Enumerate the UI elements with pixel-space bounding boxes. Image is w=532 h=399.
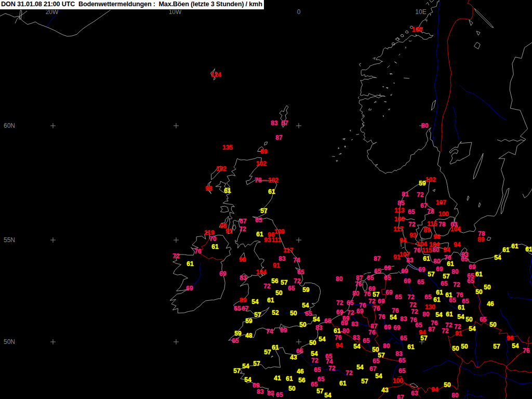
svg-text:100: 100 xyxy=(393,377,403,384)
svg-text:104: 104 xyxy=(256,269,267,276)
svg-text:61: 61 xyxy=(256,231,263,238)
svg-text:78: 78 xyxy=(255,177,262,184)
svg-text:48: 48 xyxy=(245,332,252,339)
svg-text:76: 76 xyxy=(194,248,202,255)
svg-text:72: 72 xyxy=(239,225,246,233)
svg-text:72: 72 xyxy=(336,299,343,307)
svg-text:98: 98 xyxy=(205,185,212,192)
svg-text:72: 72 xyxy=(453,281,460,288)
svg-text:102: 102 xyxy=(256,160,267,167)
svg-text:69: 69 xyxy=(378,298,385,305)
svg-text:65: 65 xyxy=(408,208,415,216)
svg-text:61: 61 xyxy=(334,327,341,335)
svg-text:60N: 60N xyxy=(4,122,15,129)
svg-text:74: 74 xyxy=(266,328,273,335)
svg-text:56: 56 xyxy=(298,377,305,384)
svg-text:100: 100 xyxy=(394,216,405,223)
svg-text:57: 57 xyxy=(373,291,380,298)
svg-text:83: 83 xyxy=(267,390,274,397)
svg-text:61: 61 xyxy=(445,291,453,299)
svg-text:72: 72 xyxy=(408,221,416,228)
svg-text:65: 65 xyxy=(480,316,487,323)
svg-text:72: 72 xyxy=(417,191,424,198)
svg-text:102: 102 xyxy=(268,177,278,184)
svg-text:83: 83 xyxy=(315,324,323,331)
svg-text:50: 50 xyxy=(489,321,497,328)
svg-text:76: 76 xyxy=(355,281,362,288)
svg-text:69: 69 xyxy=(341,320,348,327)
svg-text:63: 63 xyxy=(450,221,458,228)
svg-text:65: 65 xyxy=(324,317,331,325)
svg-text:74: 74 xyxy=(293,257,300,264)
svg-text:72: 72 xyxy=(311,357,318,364)
svg-text:69: 69 xyxy=(393,324,401,331)
svg-text:87: 87 xyxy=(275,134,283,141)
svg-text:102: 102 xyxy=(216,165,227,172)
svg-text:69: 69 xyxy=(219,270,227,277)
svg-text:111: 111 xyxy=(272,236,282,244)
svg-text:69: 69 xyxy=(469,263,476,271)
svg-text:83: 83 xyxy=(406,257,414,264)
svg-text:61: 61 xyxy=(436,289,443,296)
svg-text:46: 46 xyxy=(487,300,494,308)
svg-text:54: 54 xyxy=(457,313,464,321)
svg-text:76: 76 xyxy=(335,334,342,341)
svg-text:54: 54 xyxy=(512,342,519,350)
svg-text:69: 69 xyxy=(401,268,408,275)
svg-text:80: 80 xyxy=(451,268,459,275)
svg-text:50: 50 xyxy=(275,289,283,297)
svg-text:83: 83 xyxy=(271,119,278,127)
svg-text:61: 61 xyxy=(433,296,441,303)
svg-text:65: 65 xyxy=(232,337,239,344)
svg-text:69: 69 xyxy=(186,285,193,292)
svg-text:96: 96 xyxy=(507,335,514,342)
svg-text:80: 80 xyxy=(451,392,459,399)
svg-text:59: 59 xyxy=(419,180,426,187)
svg-text:0: 0 xyxy=(297,8,301,16)
svg-text:69: 69 xyxy=(404,277,411,285)
svg-text:113: 113 xyxy=(394,207,405,214)
svg-text:67: 67 xyxy=(420,202,428,209)
svg-text:54: 54 xyxy=(313,316,320,323)
svg-text:87: 87 xyxy=(428,326,435,333)
svg-text:61: 61 xyxy=(272,344,279,351)
svg-text:93: 93 xyxy=(409,232,417,239)
svg-text:65: 65 xyxy=(461,256,468,263)
svg-text:100: 100 xyxy=(438,210,449,218)
svg-text:61: 61 xyxy=(286,375,293,382)
svg-text:69: 69 xyxy=(384,264,391,272)
svg-text:91: 91 xyxy=(225,228,233,235)
svg-text:10E: 10E xyxy=(415,8,426,16)
svg-text:50: 50 xyxy=(309,339,316,347)
svg-text:50: 50 xyxy=(475,288,483,296)
svg-text:94: 94 xyxy=(431,386,438,393)
svg-text:85: 85 xyxy=(397,200,405,207)
svg-text:69: 69 xyxy=(356,308,364,315)
svg-text:57: 57 xyxy=(361,378,368,385)
svg-text:107: 107 xyxy=(436,199,446,206)
svg-text:94: 94 xyxy=(400,237,407,244)
svg-text:54: 54 xyxy=(311,350,318,357)
svg-text:54: 54 xyxy=(390,314,397,321)
svg-text:65: 65 xyxy=(415,322,422,329)
svg-text:61: 61 xyxy=(211,243,219,250)
svg-text:50: 50 xyxy=(484,284,491,291)
svg-text:69: 69 xyxy=(384,324,391,331)
svg-text:72: 72 xyxy=(294,277,301,285)
svg-text:50: 50 xyxy=(466,316,473,323)
svg-text:65: 65 xyxy=(467,277,474,285)
svg-text:57: 57 xyxy=(281,279,288,286)
svg-text:83: 83 xyxy=(278,255,286,262)
svg-text:76: 76 xyxy=(378,313,385,321)
svg-text:65: 65 xyxy=(441,280,448,287)
svg-text:57: 57 xyxy=(428,271,435,278)
svg-text:52: 52 xyxy=(272,309,279,316)
svg-text:65: 65 xyxy=(276,391,283,398)
svg-text:102: 102 xyxy=(425,176,436,183)
svg-text:124: 124 xyxy=(211,71,221,78)
svg-text:61: 61 xyxy=(423,255,430,262)
svg-text:57: 57 xyxy=(316,388,324,395)
svg-text:54: 54 xyxy=(435,311,443,318)
svg-text:65: 65 xyxy=(363,337,370,344)
svg-text:65: 65 xyxy=(317,376,325,383)
